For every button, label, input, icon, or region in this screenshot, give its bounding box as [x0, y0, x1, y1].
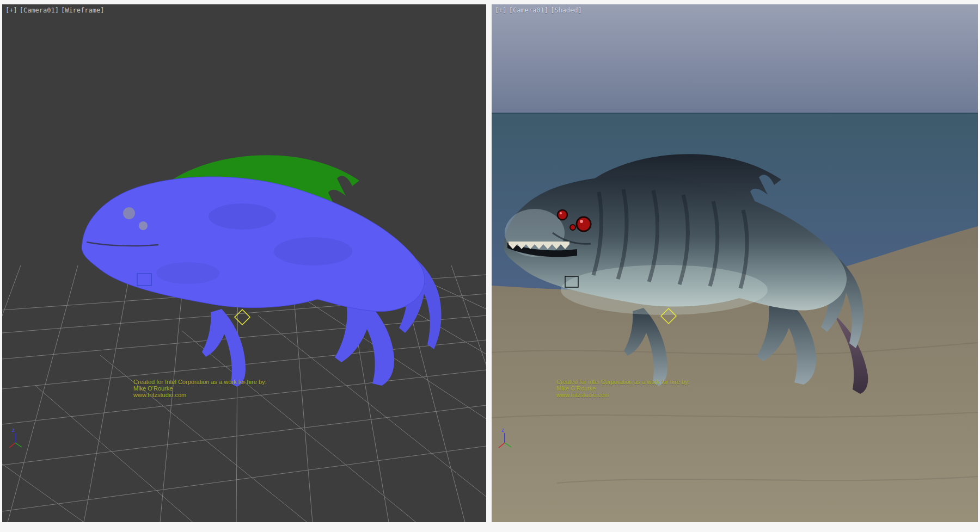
viewport-shaded[interactable]: z [+][Camera01][Shaded] Created for Inte…	[492, 4, 978, 522]
eye-highlight	[580, 220, 583, 223]
creature-body[interactable]	[82, 177, 425, 312]
eye	[139, 221, 148, 230]
axis-z-label: z	[501, 427, 504, 433]
belly-highlight	[561, 265, 768, 315]
watermark-line: Mike O'Rourke	[556, 385, 690, 392]
watermark-line: Created for Intel Corporation as a work …	[133, 379, 267, 385]
mesh-shading-patch	[156, 262, 219, 284]
watermark-text: Created for Intel Corporation as a work …	[556, 379, 690, 398]
eye	[123, 207, 135, 219]
axis-z-label: z	[12, 427, 15, 433]
mesh-shading-patch	[274, 237, 352, 265]
viewport-menu-general[interactable]: [+]	[495, 7, 507, 14]
eye	[577, 217, 591, 231]
wireframe-scene: z	[2, 4, 486, 522]
diamond-gizmo[interactable]	[235, 310, 250, 325]
viewport-menu-general[interactable]: [+]	[5, 7, 17, 14]
viewport-label: [+][Camera01][Shaded]	[495, 7, 584, 14]
watermark-line: Mike O'Rourke	[133, 385, 267, 392]
viewport-menu-shading[interactable]: [Wireframe]	[61, 7, 104, 14]
watermark-text: Created for Intel Corporation as a work …	[133, 379, 267, 398]
world-axis-tripod: z	[9, 427, 22, 448]
eye	[570, 225, 575, 230]
sky-background	[492, 4, 978, 113]
viewport-wireframe[interactable]: z [+][Camera01][Wireframe] Created for I…	[2, 4, 486, 522]
shaded-scene: z	[492, 4, 978, 522]
watermark-line: www.fritzstudio.com	[556, 392, 690, 398]
mesh-shading-patch	[209, 203, 276, 230]
application-window: z [+][Camera01][Wireframe] Created for I…	[0, 0, 980, 532]
axis-x-line	[9, 443, 15, 448]
creature-model-wireframe[interactable]	[82, 155, 441, 387]
eye-highlight	[560, 212, 562, 214]
viewport-menu-pov[interactable]: [Camera01]	[509, 7, 548, 14]
watermark-line: Created for Intel Corporation as a work …	[556, 379, 690, 385]
pelvic-fin[interactable]	[202, 309, 246, 387]
viewport-label: [+][Camera01][Wireframe]	[5, 7, 106, 14]
axis-y-line	[15, 443, 22, 447]
watermark-line: www.fritzstudio.com	[133, 392, 267, 398]
viewport-menu-pov[interactable]: [Camera01]	[20, 7, 59, 14]
eye	[558, 210, 567, 220]
viewport-menu-shading[interactable]: [Shaded]	[550, 7, 582, 14]
